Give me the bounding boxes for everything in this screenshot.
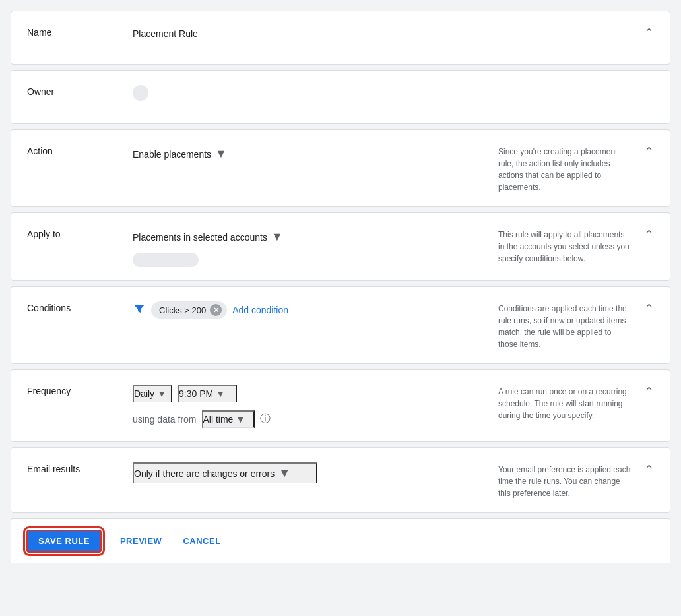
conditions-label: Conditions xyxy=(27,300,133,313)
alltime-value: All time xyxy=(203,414,234,425)
frequency-top: Daily ▼ 9:30 PM ▼ xyxy=(133,385,488,402)
email-collapse[interactable]: ⌃ xyxy=(633,461,654,476)
action-hint: Since you're creating a placement rule, … xyxy=(488,143,633,193)
conditions-collapse[interactable]: ⌃ xyxy=(633,300,654,315)
apply-to-collapse[interactable]: ⌃ xyxy=(633,226,654,241)
chevron-down-icon: ▼ xyxy=(157,388,166,399)
name-collapse[interactable]: ⌃ xyxy=(633,24,654,39)
conditions-card: Conditions Clicks > 200 ✕ Add condition … xyxy=(11,286,670,364)
filter-icon xyxy=(133,302,146,319)
chevron-up-icon: ⌃ xyxy=(644,27,654,39)
chip-label: Clicks > 200 xyxy=(159,305,206,315)
apply-to-hint: This rule will apply to all placements i… xyxy=(488,226,633,264)
chevron-down-icon: ▼ xyxy=(216,388,225,399)
page-wrapper: Name ⌃ Owner Action Enable placeme xyxy=(0,0,681,574)
frequency-hint: A rule can run once or on a recurring sc… xyxy=(488,383,633,421)
data-from-label: using data from xyxy=(133,414,197,425)
action-dropdown[interactable]: Enable placements ▼ xyxy=(133,144,251,164)
owner-pill xyxy=(133,85,148,101)
email-card: Email results Only if there are changes … xyxy=(11,447,670,513)
action-label: Action xyxy=(27,143,133,156)
chevron-up-icon: ⌃ xyxy=(644,386,654,398)
condition-chip: Clicks > 200 ✕ xyxy=(151,301,227,319)
preview-button[interactable]: PREVIEW xyxy=(117,531,164,551)
apply-to-dropdown-value: Placements in selected accounts xyxy=(133,232,267,243)
frequency-controls: Daily ▼ 9:30 PM ▼ using data from All ti… xyxy=(133,385,488,428)
time-value: 9:30 PM xyxy=(179,388,213,399)
owner-content xyxy=(133,84,654,101)
email-label: Email results xyxy=(27,461,133,474)
action-collapse[interactable]: ⌃ xyxy=(633,143,654,158)
name-row: Name ⌃ xyxy=(11,11,670,64)
chip-close-icon[interactable]: ✕ xyxy=(210,304,222,316)
apply-to-row: Apply to Placements in selected accounts… xyxy=(11,213,670,280)
chevron-up-icon: ⌃ xyxy=(644,464,654,476)
owner-card: Owner xyxy=(11,70,670,124)
owner-label: Owner xyxy=(27,84,133,97)
help-icon[interactable]: ⓘ xyxy=(260,412,271,426)
apply-to-card: Apply to Placements in selected accounts… xyxy=(11,212,670,281)
time-dropdown[interactable]: 9:30 PM ▼ xyxy=(178,385,237,402)
email-content: Only if there are changes or errors ▼ xyxy=(133,461,488,483)
frequency-content: Daily ▼ 9:30 PM ▼ using data from All ti… xyxy=(133,383,488,428)
data-from-row: using data from All time ▼ ⓘ xyxy=(133,410,488,428)
name-card: Name ⌃ xyxy=(11,11,670,65)
chevron-down-icon: ▼ xyxy=(236,414,245,425)
name-content xyxy=(133,24,633,42)
action-row: Action Enable placements ▼ Since you're … xyxy=(11,130,670,206)
frequency-card: Frequency Daily ▼ 9:30 PM ▼ usi xyxy=(11,369,670,442)
conditions-content: Clicks > 200 ✕ Add condition xyxy=(133,300,488,319)
email-dropdown-value: Only if there are changes or errors xyxy=(134,468,275,479)
frequency-label: Frequency xyxy=(27,383,133,396)
apply-to-dropdown[interactable]: Placements in selected accounts ▼ xyxy=(133,228,488,247)
name-label: Name xyxy=(27,24,133,38)
action-content: Enable placements ▼ xyxy=(133,143,488,164)
frequency-collapse[interactable]: ⌃ xyxy=(633,383,654,398)
owner-placeholder xyxy=(133,85,654,101)
save-rule-button[interactable]: SAVE RULE xyxy=(26,530,102,553)
chevron-down-icon: ▼ xyxy=(215,147,227,161)
apply-to-section: Placements in selected accounts ▼ xyxy=(133,228,488,267)
frequency-row: Frequency Daily ▼ 9:30 PM ▼ usi xyxy=(11,370,670,441)
email-row: Email results Only if there are changes … xyxy=(11,448,670,512)
accounts-pill xyxy=(133,253,199,267)
name-input[interactable] xyxy=(133,26,344,42)
frequency-value: Daily xyxy=(134,388,154,399)
email-dropdown[interactable]: Only if there are changes or errors ▼ xyxy=(133,462,317,483)
owner-row: Owner xyxy=(11,71,670,123)
add-condition-button[interactable]: Add condition xyxy=(232,305,288,315)
conditions-hint: Conditions are applied each time the rul… xyxy=(488,300,633,350)
action-dropdown-value: Enable placements xyxy=(133,149,211,160)
email-hint: Your email preference is applied each ti… xyxy=(488,461,633,499)
footer-bar: SAVE RULE PREVIEW CANCEL xyxy=(11,518,670,563)
apply-to-content: Placements in selected accounts ▼ xyxy=(133,226,488,267)
chevron-up-icon: ⌃ xyxy=(644,303,654,315)
action-card: Action Enable placements ▼ Since you're … xyxy=(11,129,670,207)
apply-to-label: Apply to xyxy=(27,226,133,239)
chevron-down-icon: ▼ xyxy=(278,466,290,480)
chevron-down-icon: ▼ xyxy=(271,230,283,244)
conditions-chips-row: Clicks > 200 ✕ Add condition xyxy=(133,301,488,319)
chevron-up-icon: ⌃ xyxy=(644,229,654,241)
conditions-row: Conditions Clicks > 200 ✕ Add condition … xyxy=(11,287,670,363)
cancel-button[interactable]: CANCEL xyxy=(180,531,223,551)
alltime-dropdown[interactable]: All time ▼ xyxy=(202,410,255,428)
chevron-up-icon: ⌃ xyxy=(644,146,654,158)
frequency-dropdown[interactable]: Daily ▼ xyxy=(133,385,172,402)
